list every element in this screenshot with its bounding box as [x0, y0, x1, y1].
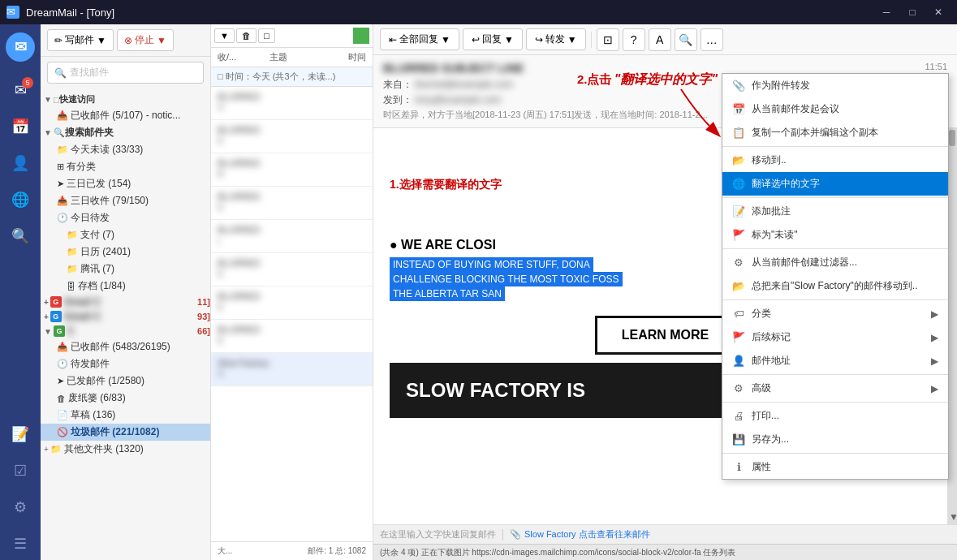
folder-toolbar: ✏ 写邮件 ▼ ⊗ 停止 ▼	[41, 24, 210, 57]
sidebar-item-settings[interactable]: ⚙	[4, 491, 37, 523]
folder-trash[interactable]: 🗑 废纸篓 (6/83)	[41, 390, 210, 407]
mail-item[interactable]: BLURRED E	[211, 253, 373, 286]
maximize-button[interactable]: □	[900, 0, 925, 24]
email-selected-text1[interactable]: INSTEAD OF BUYING MORE STUFF, DONA	[390, 257, 593, 272]
folder-archive[interactable]: 🗄 存档 (1/84)	[41, 278, 210, 295]
app-title: DreamMail - [Tony]	[26, 6, 114, 19]
account-gmail-2[interactable]: + G Gmail C 93]	[41, 309, 210, 324]
mail-item[interactable]: BLURRED E	[211, 187, 373, 220]
forward-button[interactable]: ↪ 转发 ▼	[526, 28, 586, 50]
titlebar-left: ✉ DreamMail - [Tony]	[6, 6, 114, 19]
menu-item-properties[interactable]: ℹ 属性	[722, 455, 948, 479]
menu-item-add-note[interactable]: 📝 添加批注	[722, 200, 948, 223]
folder-calendar[interactable]: 📁 日历 (2401)	[41, 243, 210, 261]
font-icon-btn[interactable]: A	[649, 28, 671, 51]
minimize-button[interactable]: ─	[874, 0, 899, 24]
main-container: ✉ ✉ 5 📅 👤 🌐 🔍 📝 ☑ ⚙ ☰	[0, 24, 957, 560]
more-icon-btn[interactable]: …	[701, 28, 723, 51]
mail-item[interactable]: BLURRED E	[211, 120, 373, 153]
sidebar-item-notes[interactable]: 📝	[4, 418, 37, 450]
mail-item[interactable]: BLURRED E	[211, 286, 373, 320]
status-bar: 在这里输入文字快速回复邮件 📎 Slow Factory 点击查看往来邮件	[373, 524, 957, 544]
menu-item-advanced[interactable]: ⚙ 高级 ▶	[722, 377, 948, 400]
sidebar-item-calendar[interactable]: 📅	[4, 110, 37, 143]
status-dot	[353, 28, 369, 44]
menu-item-meeting[interactable]: 📅 从当前邮件发起会议	[722, 97, 948, 121]
submenu-arrow: ▶	[931, 383, 938, 394]
filter-button[interactable]: ▼	[214, 28, 235, 43]
app-logo: ✉	[6, 6, 19, 19]
search-box[interactable]: 🔍 查找邮件	[47, 62, 204, 84]
menu-icon: ☰	[14, 535, 27, 553]
reply-all-button[interactable]: ⇤ 全部回复 ▼	[380, 28, 459, 50]
folder-categorized[interactable]: ⊞ 有分类	[41, 158, 210, 175]
stop-button[interactable]: ⊗ 停止 ▼	[117, 29, 174, 51]
folder-pending-today[interactable]: 🕐 今日待发	[41, 209, 210, 226]
sidebar-item-tasks[interactable]: ☑	[4, 454, 37, 487]
menu-separator	[722, 453, 948, 454]
zoom-icon-btn[interactable]: 🔍	[675, 28, 697, 51]
menu-item-forward-attachment[interactable]: 📎 作为附件转发	[722, 74, 948, 97]
quick-reply-prompt[interactable]: 在这里输入文字快速回复邮件	[380, 528, 496, 541]
learn-more-button[interactable]: LEARN MORE	[595, 316, 736, 355]
copy-icon-btn[interactable]: ⊡	[597, 28, 619, 51]
folder-quick-access[interactable]: ▼ □ 快速访问	[41, 92, 210, 107]
settings-icon: ⚙	[14, 498, 27, 516]
sidebar-item-menu[interactable]: ☰	[4, 528, 37, 560]
menu-item-category[interactable]: 🏷 分类 ▶	[722, 302, 948, 325]
move-icon: 📂	[732, 154, 745, 166]
help-icon-btn[interactable]: ?	[623, 28, 645, 51]
mail-item-slow-factory[interactable]: Slow Factory S	[211, 353, 373, 386]
reply-button[interactable]: ↩ 回复 ▼	[463, 28, 523, 50]
menu-separator	[722, 248, 948, 249]
folder-sent-3days[interactable]: ➤ 三日已发 (154)	[41, 175, 210, 192]
folder-inbox-main[interactable]: 📥 已收邮件 (5483/26195)	[41, 338, 210, 355]
folder-search[interactable]: ▼ 🔍 搜索邮件夹	[41, 124, 210, 141]
compose-button[interactable]: ✏ 写邮件 ▼	[47, 29, 114, 51]
menu-item-move-all[interactable]: 📂 总把来自"Slow Factory"的邮件移动到..	[722, 274, 948, 298]
sidebar-item-mail[interactable]: ✉ 5	[4, 74, 37, 106]
folder-tencent[interactable]: 📁 腾讯 (7)	[41, 261, 210, 278]
email-selected-text2[interactable]: CHALLENGE BLOCKING THE MOST TOXIC FOSS	[390, 272, 623, 286]
menu-item-print[interactable]: 🖨 打印...	[722, 404, 948, 428]
delete-button[interactable]: 🗑	[236, 28, 256, 43]
mail-item[interactable]: BLURRED S	[211, 87, 373, 120]
filter-icon: ⚙	[732, 256, 745, 269]
sidebar-item-contacts[interactable]: 👤	[4, 147, 37, 179]
folder-today-unread[interactable]: 📁 今天未读 (33/33)	[41, 141, 210, 158]
sidebar-item-network[interactable]: 🌐	[4, 183, 37, 216]
folder-recv-3days[interactable]: 📥 三日收件 (79/150)	[41, 192, 210, 209]
email-selected-text3[interactable]: THE ALBERTA TAR SAN	[390, 286, 505, 301]
stop-icon: ⊗	[124, 35, 132, 46]
menu-item-move[interactable]: 📂 移动到..	[722, 149, 948, 172]
menu-item-copy-edit[interactable]: 📋 复制一个副本并编辑这个副本	[722, 121, 948, 144]
menu-item-save-as[interactable]: 💾 另存为...	[722, 428, 948, 451]
folder-payment[interactable]: 📁 支付 (7)	[41, 226, 210, 243]
menu-item-create-filter[interactable]: ⚙ 从当前邮件创建过滤器...	[722, 251, 948, 274]
mail-item[interactable]: BLURRED E	[211, 320, 373, 353]
account-gmail-3[interactable]: ▼ G C 66]	[41, 324, 210, 338]
app-icon: ✉	[6, 32, 35, 62]
menu-item-translate[interactable]: 🌐 翻译选中的文字	[722, 172, 948, 196]
forward-icon: ↪	[535, 34, 543, 45]
menu-item-mark-unread[interactable]: 🚩 标为"未读"	[722, 223, 948, 247]
folder-inbox-quick[interactable]: 📥 已收邮件 (5/107) - notic...	[41, 107, 210, 124]
close-button[interactable]: ✕	[926, 0, 951, 24]
col-subject: 主题	[269, 51, 315, 63]
folder-sent[interactable]: ➤ 已发邮件 (1/2580)	[41, 373, 210, 390]
move-button[interactable]: □	[258, 28, 275, 43]
sidebar-item-search[interactable]: 🔍	[4, 220, 37, 252]
account-gmail-1[interactable]: + G Gmail C 11]	[41, 295, 210, 309]
mail-item[interactable]: BLURRED B	[211, 153, 373, 187]
menu-item-followup[interactable]: 🚩 后续标记 ▶	[722, 325, 948, 349]
folder-outbox[interactable]: 🕐 待发邮件	[41, 355, 210, 373]
folder-drafts[interactable]: 📄 草稿 (136)	[41, 407, 210, 424]
sender-link[interactable]: Slow Factory 点击查看往来邮件	[524, 528, 650, 541]
folder-spam[interactable]: 🚫 垃圾邮件 (221/1082)	[41, 424, 210, 441]
mail-item[interactable]: BLURRED j	[211, 220, 373, 253]
folder-tree: ▼ □ 快速访问 📥 已收邮件 (5/107) - notic... ▼ 🔍 搜…	[41, 88, 210, 560]
window-controls[interactable]: ─ □ ✕	[874, 0, 951, 24]
mail-list-panel: ▼ 🗑 □ 收/... 主题 时间 □ 时间：今天 (共3个，未读...) BL…	[211, 24, 373, 560]
folder-other[interactable]: + 📁 其他文件夹 (1320)	[41, 441, 210, 458]
menu-item-address[interactable]: 👤 邮件地址 ▶	[722, 349, 948, 373]
